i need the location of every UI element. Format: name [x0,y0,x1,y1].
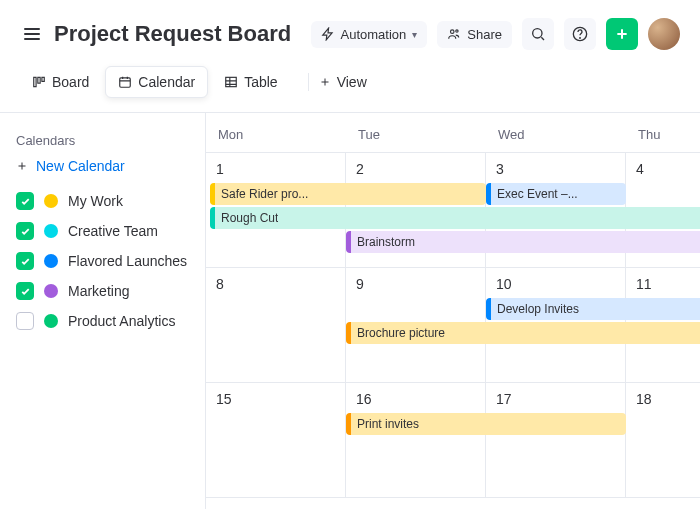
help-icon [572,26,588,42]
event-label: Safe Rider pro... [221,187,308,201]
tab-view-label: View [337,74,367,90]
svg-rect-7 [42,77,44,81]
page-title: Project Request Board [54,21,301,47]
new-calendar-label: New Calendar [36,158,125,174]
tab-board-label: Board [52,74,89,90]
checkbox[interactable] [16,192,34,210]
share-label: Share [467,27,502,42]
checkbox[interactable] [16,282,34,300]
event-color-bar [486,183,491,205]
calendar-label: Flavored Launches [68,253,187,269]
calendar-label: Product Analytics [68,313,175,329]
event-pill[interactable]: Brochure picture [346,322,700,344]
event-pill[interactable]: Rough Cut [210,207,700,229]
checkbox[interactable] [16,252,34,270]
calendar-item[interactable]: My Work [16,186,189,216]
help-button[interactable] [564,18,596,50]
calendar-item[interactable]: Marketing [16,276,189,306]
people-icon [447,27,461,41]
calendar-icon [118,75,132,89]
calendar-item[interactable]: Product Analytics [16,306,189,336]
event-pill[interactable]: Develop Invites [486,298,700,320]
svg-rect-8 [120,78,131,87]
color-dot [44,224,58,238]
chevron-down-icon: ▾ [412,29,417,40]
calendar-item[interactable]: Creative Team [16,216,189,246]
plus-icon [319,76,331,88]
bolt-icon [321,27,335,41]
event-label: Brochure picture [357,326,445,340]
checkbox[interactable] [16,312,34,330]
event-color-bar [346,231,351,253]
calendar-label: Marketing [68,283,129,299]
color-dot [44,284,58,298]
event-label: Develop Invites [497,302,579,316]
automation-button[interactable]: Automation ▾ [311,21,428,48]
svg-rect-6 [38,77,40,83]
event-color-bar [210,207,215,229]
new-calendar-button[interactable]: New Calendar [16,158,189,174]
event-color-bar [486,298,491,320]
plus-icon [614,26,630,42]
tab-board[interactable]: Board [20,66,101,98]
event-color-bar [346,322,351,344]
svg-point-0 [451,30,455,34]
svg-point-4 [580,38,581,39]
avatar[interactable] [648,18,680,50]
event-pill[interactable]: Exec Event –... [486,183,626,205]
calendar-label: Creative Team [68,223,158,239]
tab-calendar-label: Calendar [138,74,195,90]
week-row: 15161718Print invites [206,383,700,498]
event-pill[interactable]: Brainstorm [346,231,700,253]
calendar-label: My Work [68,193,123,209]
board-icon [32,75,46,89]
day-header: Tue [346,113,486,152]
search-icon [530,26,546,42]
menu-icon[interactable] [20,24,44,44]
day-header: Wed [486,113,626,152]
checkbox[interactable] [16,222,34,240]
tab-calendar[interactable]: Calendar [105,66,208,98]
event-pill[interactable]: Safe Rider pro... [210,183,486,205]
share-button[interactable]: Share [437,21,512,48]
calendar-item[interactable]: Flavored Launches [16,246,189,276]
day-header: Mon [206,113,346,152]
table-icon [224,75,238,89]
tab-add-view[interactable]: View [294,66,379,98]
event-color-bar [210,183,215,205]
event-color-bar [346,413,351,435]
search-button[interactable] [522,18,554,50]
week-row: 891011Develop InvitesBrochure picture [206,268,700,383]
event-pill[interactable]: Print invites [346,413,626,435]
divider [308,73,309,91]
color-dot [44,314,58,328]
color-dot [44,194,58,208]
color-dot [44,254,58,268]
svg-point-1 [456,30,458,32]
svg-rect-9 [226,77,237,86]
plus-icon [16,160,28,172]
tab-table-label: Table [244,74,277,90]
week-row: 1234Safe Rider pro...Exec Event –...Roug… [206,153,700,268]
day-header: Thu [626,113,700,152]
event-label: Rough Cut [221,211,278,225]
event-label: Print invites [357,417,419,431]
automation-label: Automation [341,27,407,42]
sidebar-heading: Calendars [16,133,189,148]
add-button[interactable] [606,18,638,50]
svg-rect-5 [34,77,36,86]
event-label: Exec Event –... [497,187,578,201]
svg-point-2 [533,29,542,38]
event-label: Brainstorm [357,235,415,249]
tab-table[interactable]: Table [212,66,289,98]
